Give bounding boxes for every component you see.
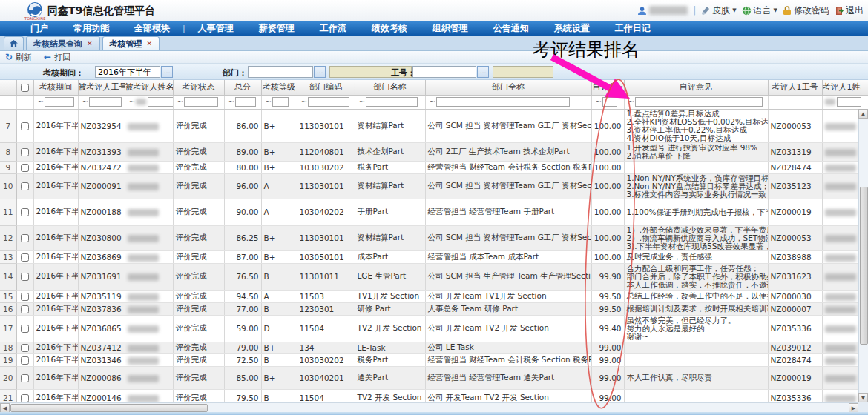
tab-result-query[interactable]: 考核结果查询 ✕ bbox=[26, 36, 100, 50]
close-icon[interactable]: ✕ bbox=[87, 40, 93, 47]
row-checkbox[interactable] bbox=[21, 122, 29, 130]
dept-picker-button[interactable]: ... bbox=[314, 66, 326, 78]
column-header-grade[interactable]: 考核等级 bbox=[261, 80, 297, 95]
menu-item-10[interactable]: 系统设置 bbox=[542, 22, 602, 35]
column-header-rater1-id[interactable]: 考评人1工号 bbox=[768, 80, 822, 95]
table-row-12[interactable]: 122016年下半年NZ030800评价完成86.25B+113030101资材… bbox=[0, 225, 868, 250]
filter-input[interactable] bbox=[635, 97, 763, 107]
column-header-dept-fullname[interactable]: 部门全称 bbox=[425, 80, 591, 95]
table-row-14[interactable]: 142016年下半年NZ031691评价完成76.50B11301011LGE … bbox=[0, 263, 868, 290]
select-all-header bbox=[16, 80, 33, 95]
reject-button[interactable]: ← 打回 bbox=[44, 52, 70, 63]
row-checkbox[interactable] bbox=[21, 305, 29, 313]
table-row-21[interactable]: 212016年下半年NZ000146评价完成79.50B11504TV2 开发 … bbox=[0, 389, 868, 402]
scroll-up-button[interactable]: ▲ bbox=[858, 109, 868, 119]
tab-assessment-management[interactable]: 考核管理 ✕ bbox=[102, 36, 160, 50]
refresh-button[interactable]: ↻ 刷新 bbox=[5, 52, 32, 63]
column-header-self-comment[interactable]: 自评意见 bbox=[624, 80, 768, 95]
menu-item-8[interactable]: 组织管理 bbox=[420, 22, 481, 35]
column-header-emp-id[interactable]: 被考评人工号 bbox=[78, 80, 125, 95]
filter-input[interactable] bbox=[602, 97, 617, 107]
change-password-button[interactable]: 修改密码 bbox=[783, 4, 829, 17]
logout-button[interactable]: 退出 bbox=[835, 4, 864, 17]
row-checkbox[interactable] bbox=[21, 293, 29, 301]
table-row-17[interactable]: 172016年下半年NZ036865评价完成59.00D11504TV2 开发 … bbox=[0, 315, 868, 342]
cell-dept-code: 103040201 bbox=[297, 366, 355, 389]
menu-item-2[interactable]: 常用功能 bbox=[61, 22, 122, 35]
filter-input[interactable] bbox=[148, 97, 173, 107]
table-row-11[interactable]: 112016年下半年NZ000188评价完成90.00A103040202手册P… bbox=[0, 199, 868, 225]
filter-input[interactable] bbox=[366, 97, 418, 107]
table-row-7[interactable]: 72016年下半年NZ032954评价完成86.00B+113030101资材结… bbox=[0, 109, 868, 142]
row-checkbox[interactable] bbox=[21, 394, 29, 402]
empno-input[interactable] bbox=[412, 66, 476, 78]
filter-input[interactable] bbox=[184, 97, 218, 107]
dept-input[interactable] bbox=[248, 66, 313, 78]
period-input[interactable] bbox=[95, 66, 160, 78]
language-button[interactable]: 语言▼ bbox=[742, 4, 777, 17]
cell-emp-name bbox=[125, 366, 173, 389]
menu-item-3[interactable]: 全部模块 bbox=[122, 22, 183, 35]
row-checkbox[interactable] bbox=[21, 234, 29, 242]
horizontal-scroll-thumb[interactable] bbox=[10, 404, 208, 412]
filter-input[interactable] bbox=[272, 97, 289, 107]
cell-self-comment: 虽然不够完美，但已经尽力了。努力的人永远是最好的谢谢~ bbox=[624, 315, 768, 342]
menu-item-1[interactable]: 门户 bbox=[18, 22, 61, 35]
table-row-8[interactable]: 82016年下半年NZ031393评价完成89.00B+112040801技术企… bbox=[0, 142, 868, 161]
vertical-scroll-thumb[interactable] bbox=[860, 187, 868, 345]
scroll-down-button[interactable]: ▼ bbox=[858, 393, 868, 402]
row-checkbox[interactable] bbox=[21, 164, 29, 172]
filter-input[interactable] bbox=[837, 97, 861, 107]
menu-item-11[interactable]: 工作日记 bbox=[602, 22, 663, 35]
close-icon[interactable]: ✕ bbox=[147, 40, 153, 47]
skin-button[interactable]: 皮肤▼ bbox=[701, 4, 736, 17]
select-all-checkbox[interactable] bbox=[21, 84, 29, 92]
filter-input[interactable] bbox=[308, 97, 349, 107]
menu-item-5[interactable]: 薪资管理 bbox=[246, 22, 307, 35]
menu-item-6[interactable]: 工作流 bbox=[307, 22, 359, 35]
column-header-rater1-name[interactable]: 考评人1姓名 bbox=[822, 80, 861, 95]
filter-input[interactable] bbox=[436, 97, 570, 107]
column-header-emp-name[interactable]: 被考评人姓名 bbox=[125, 80, 173, 95]
row-select-cell bbox=[16, 342, 33, 353]
filter-input[interactable] bbox=[45, 97, 74, 107]
row-checkbox[interactable] bbox=[21, 208, 29, 216]
period-picker-button[interactable]: ... bbox=[161, 66, 173, 78]
table-row-20[interactable]: 202016年下半年NZ000086评价完成85.00B+103040201通关… bbox=[0, 366, 868, 389]
row-checkbox[interactable] bbox=[21, 273, 29, 281]
column-header-period[interactable]: 考核期间 bbox=[33, 80, 78, 95]
menu-item-9[interactable]: 公告通知 bbox=[481, 22, 542, 35]
column-header-dept-code[interactable]: 部门编码 bbox=[297, 80, 355, 95]
table-row-9[interactable]: 92016年下半年NZ032472评价完成80.00B+103030202税务P… bbox=[0, 161, 868, 173]
table-row-15[interactable]: 152016年下半年NZ035119评价完成94.50A11503TV1开发 S… bbox=[0, 290, 868, 302]
self-comment-text: 总结工作经验，改善工作中的不足，以便提高明年 bbox=[627, 292, 766, 300]
filter-input[interactable] bbox=[89, 97, 122, 107]
filter-input[interactable] bbox=[235, 97, 256, 107]
row-number: 18 bbox=[0, 342, 16, 353]
table-row-18[interactable]: 182016年下半年NZ037412评价完成79.00B+134LE-Task公… bbox=[0, 342, 868, 353]
column-header-self-score[interactable]: 自评分▼ bbox=[591, 80, 624, 95]
row-checkbox[interactable] bbox=[21, 182, 29, 190]
menu-item-7[interactable]: 绩效考核 bbox=[359, 22, 420, 35]
row-checkbox[interactable] bbox=[21, 253, 29, 262]
table-row-19[interactable]: 192016年下半年NZ031346评价完成72.50B103030202税务P… bbox=[0, 353, 868, 366]
row-checkbox[interactable] bbox=[21, 374, 29, 382]
row-checkbox[interactable] bbox=[21, 325, 29, 333]
redacted-name bbox=[128, 183, 159, 190]
column-header-status[interactable]: 考评状态 bbox=[173, 80, 224, 95]
table-row-10[interactable]: 102016年下半年NZ000091评价完成96.00A113030101资材结… bbox=[0, 173, 868, 199]
vertical-scrollbar[interactable]: ▲ ▼ bbox=[858, 109, 868, 402]
table-row-13[interactable]: 132016年下半年NZ036869评价完成87.00B+103050101成本… bbox=[0, 250, 868, 263]
empno-picker-button[interactable]: ... bbox=[477, 66, 489, 78]
menu-item-4[interactable]: 人事管理 bbox=[185, 22, 246, 35]
user-menu[interactable] bbox=[637, 6, 688, 16]
column-header-dept-name[interactable]: 部门名称 bbox=[355, 80, 425, 95]
row-checkbox[interactable] bbox=[21, 148, 29, 156]
cell-rater1-name bbox=[822, 342, 861, 353]
table-row-16[interactable]: 162016年下半年NZ037836评价完成77.00B1230301研修 Pa… bbox=[0, 302, 868, 315]
row-checkbox[interactable] bbox=[21, 356, 29, 365]
row-checkbox[interactable] bbox=[21, 344, 29, 352]
tab-home[interactable] bbox=[4, 36, 24, 50]
column-header-total-score[interactable]: 总分 bbox=[224, 80, 261, 95]
horizontal-scrollbar[interactable]: ◀ ▶ bbox=[0, 402, 858, 412]
